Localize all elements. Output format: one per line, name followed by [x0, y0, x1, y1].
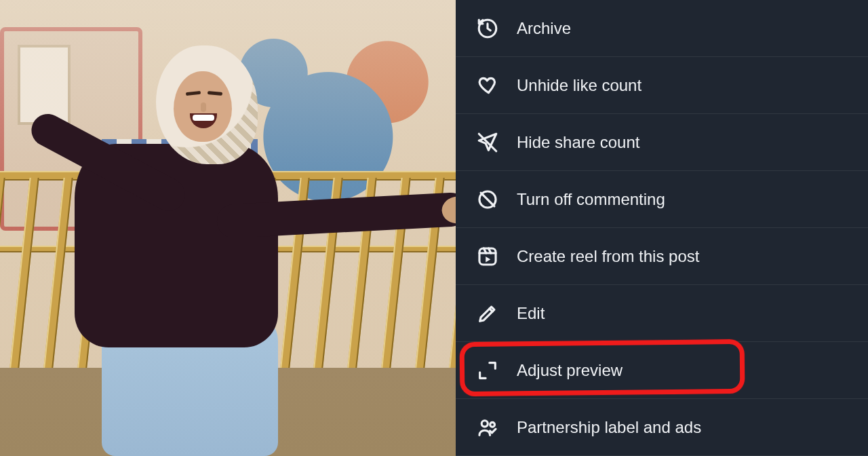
expand-icon: [476, 359, 499, 382]
pencil-icon: [476, 302, 499, 325]
person: [27, 22, 380, 456]
menu-item-adjust-preview[interactable]: Adjust preview: [456, 342, 868, 399]
post-options-panel: Archive Unhide like count Hide share cou…: [456, 0, 868, 456]
reel-icon: [476, 245, 499, 268]
menu-item-label: Partnership label and ads: [517, 418, 701, 437]
menu-item-create-reel[interactable]: Create reel from this post: [456, 228, 868, 285]
svg-point-3: [481, 420, 488, 426]
menu-item-label: Archive: [517, 19, 571, 38]
svg-rect-2: [479, 248, 496, 264]
menu-item-label: Create reel from this post: [517, 247, 699, 266]
menu-item-label: Turn off commenting: [517, 190, 665, 209]
partnership-icon: [476, 416, 499, 439]
menu-item-unhide-like-count[interactable]: Unhide like count: [456, 57, 868, 114]
menu-item-partnership[interactable]: Partnership label and ads: [456, 399, 868, 456]
menu-item-archive[interactable]: Archive: [456, 0, 868, 57]
comment-off-icon: [476, 188, 499, 211]
menu-item-hide-share-count[interactable]: Hide share count: [456, 114, 868, 171]
svg-point-4: [490, 422, 495, 427]
archive-icon: [476, 17, 499, 40]
menu-item-edit[interactable]: Edit: [456, 285, 868, 342]
menu-item-label: Edit: [517, 304, 545, 323]
menu-item-turn-off-commenting[interactable]: Turn off commenting: [456, 171, 868, 228]
share-off-icon: [476, 131, 499, 154]
menu-item-label: Adjust preview: [517, 361, 623, 380]
heart-icon: [476, 74, 499, 97]
menu-item-label: Unhide like count: [517, 76, 642, 95]
post-photo: [0, 0, 456, 456]
menu-item-label: Hide share count: [517, 133, 639, 152]
